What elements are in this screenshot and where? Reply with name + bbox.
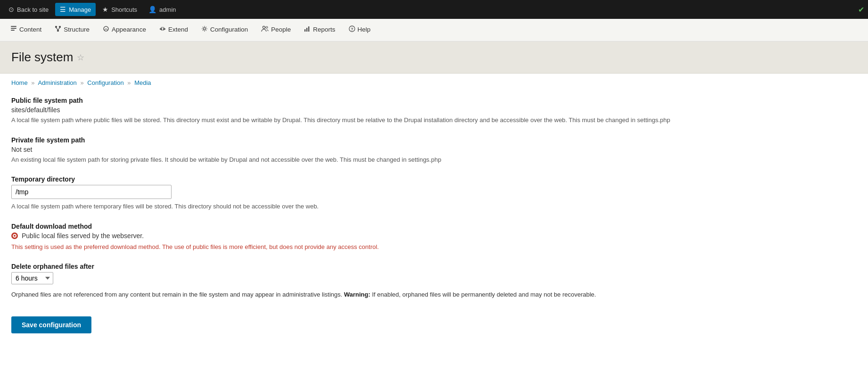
admin-bar: ⊙ Back to site ☰ Manage ★ Shortcuts 👤 ad… (0, 0, 868, 19)
private-path-description: An existing local file system path for s… (11, 155, 857, 165)
svg-point-14 (266, 26, 268, 28)
content-icon (10, 25, 17, 33)
star-icon: ★ (102, 6, 108, 13)
delete-orphaned-warning-prefix: Warning: (344, 291, 370, 298)
people-icon (261, 25, 269, 33)
favorite-star-icon[interactable]: ☆ (77, 52, 84, 63)
status-checkmark: ✔ (858, 5, 864, 14)
page-title: File system ☆ (11, 50, 857, 65)
user-icon: 👤 (148, 6, 156, 13)
svg-rect-16 (306, 28, 308, 32)
breadcrumb-home[interactable]: Home (11, 79, 28, 86)
download-method-radio[interactable] (11, 232, 18, 239)
private-path-value: Not set (11, 146, 857, 153)
svg-rect-0 (11, 26, 16, 27)
svg-rect-3 (55, 26, 57, 28)
public-path-description: A local file system path where public fi… (11, 116, 857, 125)
svg-rect-1 (11, 28, 16, 29)
download-method-radio-label: Public local files served by the webserv… (22, 232, 144, 240)
temp-directory-group: Temporary directory A local file system … (11, 175, 857, 211)
svg-rect-2 (11, 30, 15, 31)
svg-text:?: ? (351, 27, 353, 32)
download-method-label: Default download method (11, 223, 857, 230)
home-icon: ⊙ (8, 6, 14, 13)
nav-structure[interactable]: Structure (48, 19, 96, 41)
download-method-warning: This setting is used as the preferred do… (11, 242, 857, 252)
nav-extend[interactable]: Extend (153, 19, 195, 41)
secondary-nav: Content Structure Appearance (0, 19, 868, 41)
temp-directory-label: Temporary directory (11, 175, 857, 183)
help-icon: ? (349, 25, 355, 33)
private-path-label: Private file system path (11, 136, 857, 144)
private-path-group: Private file system path Not set An exis… (11, 136, 857, 165)
main-content: Public file system path sites/default/fi… (0, 89, 868, 352)
save-configuration-button[interactable]: Save configuration (11, 316, 91, 333)
page-header: File system ☆ (0, 41, 868, 74)
breadcrumb-media[interactable]: Media (134, 79, 151, 86)
nav-help[interactable]: ? Help (342, 19, 377, 41)
appearance-icon (103, 25, 109, 33)
nav-configuration[interactable]: Configuration (195, 19, 254, 41)
menu-icon: ☰ (60, 6, 66, 13)
structure-icon (55, 25, 61, 33)
extend-icon (159, 25, 166, 33)
public-path-label: Public file system path (11, 97, 857, 104)
nav-content[interactable]: Content (4, 19, 48, 41)
nav-appearance[interactable]: Appearance (96, 19, 153, 41)
temp-directory-input[interactable] (11, 185, 172, 199)
breadcrumb-configuration[interactable]: Configuration (87, 79, 123, 86)
breadcrumb-administration[interactable]: Administration (38, 79, 76, 86)
svg-rect-15 (304, 29, 306, 32)
svg-rect-5 (57, 30, 59, 32)
public-path-group: Public file system path sites/default/fi… (11, 97, 857, 125)
svg-line-7 (58, 28, 60, 30)
public-path-value: sites/default/files (11, 106, 857, 114)
manage-button[interactable]: ☰ Manage (55, 3, 96, 16)
delete-orphaned-select-wrapper: 6 hours 12 hours 24 hours 48 hours 1 wee… (11, 272, 53, 284)
delete-orphaned-description: Orphaned files are not referenced from a… (11, 290, 857, 299)
delete-orphaned-label: Delete orphaned files after (11, 263, 857, 270)
temp-directory-description: A local file system path where temporary… (11, 202, 857, 211)
svg-rect-4 (59, 26, 61, 28)
svg-line-6 (56, 28, 58, 30)
configuration-icon (201, 25, 208, 33)
delete-orphaned-select[interactable]: 6 hours 12 hours 24 hours 48 hours 1 wee… (11, 272, 53, 284)
nav-reports[interactable]: Reports (297, 19, 342, 41)
shortcuts-button[interactable]: ★ Shortcuts (98, 3, 142, 16)
reports-icon (304, 25, 311, 33)
admin-user-button[interactable]: 👤 admin (144, 3, 180, 16)
back-to-site-button[interactable]: ⊙ Back to site (4, 3, 53, 16)
nav-people[interactable]: People (254, 19, 297, 41)
download-method-group: Default download method Public local fil… (11, 223, 857, 252)
delete-orphaned-group: Delete orphaned files after 6 hours 12 h… (11, 263, 857, 299)
svg-rect-17 (308, 26, 310, 32)
breadcrumb: Home » Administration » Configuration » … (0, 74, 868, 89)
download-method-radio-row: Public local files served by the webserv… (11, 232, 857, 240)
svg-point-12 (203, 27, 205, 30)
svg-point-13 (263, 26, 265, 28)
